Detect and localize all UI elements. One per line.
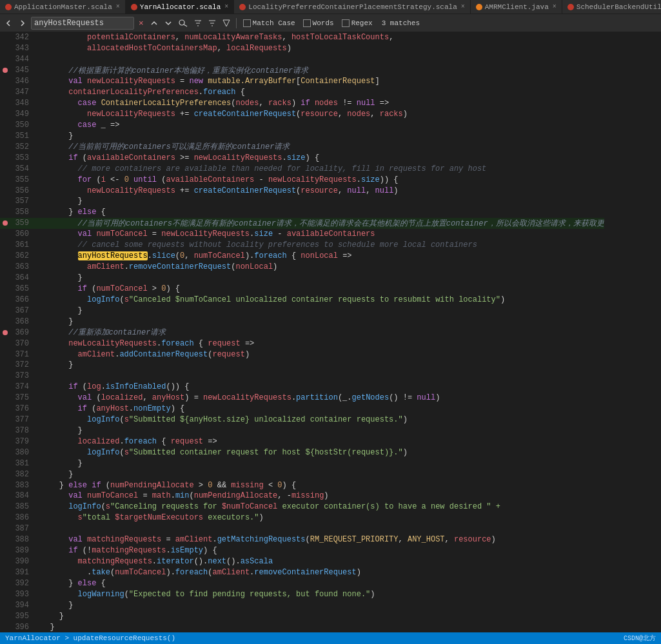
line-content-364: }: [35, 273, 604, 282]
line-396: 396 }: [0, 621, 604, 632]
line-num-388: 388: [0, 535, 35, 544]
line-394: 394 }: [0, 600, 604, 610]
clear-search-button[interactable]: ×: [137, 17, 146, 29]
tab-schedulerbackend[interactable]: SchedulerBackendUtils.scala ×: [562, 0, 661, 14]
line-num-372: 372: [0, 360, 35, 369]
line-382: 382 }: [0, 469, 604, 480]
line-content-366: logInfo(s"Canceled $numToCancel unlocali…: [35, 295, 604, 304]
tab-close[interactable]: ×: [553, 3, 557, 10]
line-content-361: // cancel some requests without locality…: [35, 240, 604, 249]
line-392: 392 } else {: [0, 578, 604, 589]
line-num-365: 365: [0, 284, 35, 293]
words-checkbox[interactable]: [303, 19, 311, 27]
line-num-356: 356: [0, 186, 35, 195]
line-content-378: }: [35, 426, 604, 435]
line-content-357: }: [35, 197, 604, 206]
nav-back-button[interactable]: [3, 17, 14, 28]
line-363: 363 amClient.removeContainerRequest(nonL…: [0, 262, 604, 273]
line-num-387: 387: [0, 524, 35, 533]
line-content-375: val (localized, anyHost) = newLocalityRe…: [35, 393, 604, 402]
line-num-391: 391: [0, 568, 35, 577]
line-367: 367 }: [0, 305, 604, 316]
match-case-toggle[interactable]: Match Case: [241, 19, 298, 27]
line-num-358: 358: [0, 208, 35, 217]
tab-close[interactable]: ×: [224, 3, 228, 10]
line-content-395: }: [35, 612, 604, 621]
line-content-374: if (log.isInfoEnabled()) {: [35, 382, 604, 391]
line-375: 375 val (localized, anyHost) = newLocali…: [0, 393, 604, 404]
line-content-381: }: [35, 459, 604, 468]
line-num-381: 381: [0, 459, 35, 468]
code-area: 342 potentialContainers, numLocalityAwar…: [0, 32, 661, 632]
line-content-385: logInfo(s"Canceling requests for $numToC…: [35, 502, 604, 511]
words-label: Words: [313, 19, 334, 27]
filter-button1[interactable]: [192, 17, 204, 28]
breadcrumb: YarnAllocator > updateResourceRequests(): [5, 634, 175, 642]
match-case-checkbox[interactable]: [243, 19, 251, 27]
line-384: 384 val numToCancel = math.min(numPendin…: [0, 491, 604, 502]
line-370: 370 newLocalityRequests.foreach { reques…: [0, 338, 604, 349]
tab-locality[interactable]: LocalityPreferredContainerPlacementStrat…: [234, 0, 470, 14]
tab-yarnallocator[interactable]: YarnAllocator.scala ×: [126, 0, 234, 14]
regex-toggle[interactable]: Regex: [339, 19, 375, 27]
line-content-349: newLocalityRequests += createContainerRe…: [35, 110, 604, 119]
line-351: 351 }: [0, 130, 604, 141]
search-input[interactable]: [34, 19, 118, 28]
line-num-352: 352: [0, 142, 35, 151]
line-num-348: 348: [0, 99, 35, 108]
line-num-370: 370: [0, 339, 35, 348]
line-num-385: 385: [0, 502, 35, 511]
line-358: 358 } else {: [0, 207, 604, 218]
line-content-368: }: [35, 317, 604, 326]
line-346: 346 val newLocalityRequests = new mutabl…: [0, 76, 604, 87]
find-all-button[interactable]: [177, 17, 190, 28]
line-377: 377 logInfo(s"Submitted ${anyHost.size} …: [0, 415, 604, 425]
line-num-342: 342: [0, 33, 35, 42]
tab-close[interactable]: ×: [116, 3, 120, 10]
filter-button2[interactable]: [206, 17, 218, 28]
nav-forward-button[interactable]: [17, 17, 28, 28]
line-380: 380 logInfo(s"Submitted container reques…: [0, 447, 604, 458]
line-num-380: 380: [0, 448, 35, 457]
tab-amrmclient[interactable]: AMRMClient.java ×: [471, 0, 562, 14]
line-389: 389 if (!matchingRequests.isEmpty) {: [0, 545, 604, 556]
line-content-379: localized.foreach { request =>: [35, 437, 604, 446]
tab-label: LocalityPreferredContainerPlacementStrat…: [248, 3, 457, 11]
breakpoint-345: [3, 68, 8, 73]
line-num-355: 355: [0, 175, 35, 184]
line-num-386: 386: [0, 513, 35, 522]
words-toggle[interactable]: Words: [301, 19, 337, 27]
line-368: 368 }: [0, 316, 604, 327]
line-350: 350 case _ =>: [0, 119, 604, 130]
line-num-366: 366: [0, 295, 35, 304]
line-num-347: 347: [0, 88, 35, 97]
line-content-388: val matchingRequests = amClient.getMatch…: [35, 535, 604, 544]
tab-bar: ApplicationMaster.scala × YarnAllocator.…: [0, 0, 661, 14]
line-372: 372 }: [0, 360, 604, 371]
breakpoint-369: [3, 330, 8, 335]
regex-checkbox[interactable]: [342, 19, 350, 27]
line-content-369: //重新添加container请求: [35, 327, 604, 338]
svg-point-0: [179, 20, 184, 25]
line-num-384: 384: [0, 491, 35, 500]
line-348: 348 case ContainerLocalityPreferences(no…: [0, 98, 604, 109]
line-content-371: amClient.addContainerRequest(request): [35, 350, 604, 359]
line-387: 387: [0, 523, 604, 534]
line-content-386: s"total $targetNumExecutors executors."): [35, 513, 604, 522]
match-count: 3 matches: [378, 19, 424, 27]
prev-match-button[interactable]: [148, 17, 160, 28]
line-num-373: 373: [0, 371, 35, 380]
line-num-374: 374: [0, 382, 35, 391]
next-match-button[interactable]: [163, 17, 174, 28]
line-content-377: logInfo(s"Submitted ${anyHost.size} unlo…: [35, 415, 604, 424]
line-num-392: 392: [0, 579, 35, 588]
line-content-355: for (i <- 0 until (availableContainers -…: [35, 175, 604, 184]
line-num-351: 351: [0, 132, 35, 141]
line-349: 349 newLocalityRequests += createContain…: [0, 109, 604, 120]
filter-button3[interactable]: [221, 17, 232, 28]
tab-applicationmaster[interactable]: ApplicationMaster.scala ×: [0, 0, 126, 14]
tab-close[interactable]: ×: [461, 3, 465, 10]
line-374: 374 if (log.isInfoEnabled()) {: [0, 382, 604, 393]
scala-icon: [5, 4, 12, 10]
line-num-345: 345: [0, 66, 35, 75]
